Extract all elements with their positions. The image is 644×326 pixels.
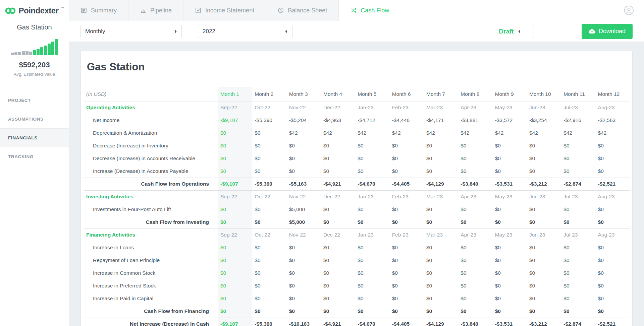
table-row-item: Increase in Loans$0$0$0$0$0$0$0$0$0$0$0$…	[84, 241, 630, 254]
cell: -$5,390	[252, 178, 286, 190]
month-column-header: Month 4	[321, 87, 355, 101]
cell: $0	[286, 267, 321, 279]
cell: $0	[458, 216, 492, 229]
row-label: Increase in Paid in Capital	[84, 292, 218, 305]
cell: Jun-23	[527, 101, 561, 114]
row-label: Increase in Preferred Stock	[84, 279, 218, 292]
cell: -$4,670	[355, 178, 389, 190]
spark-bar	[44, 46, 47, 55]
cell: -$4,921	[321, 178, 355, 190]
cell: Dec-22	[321, 190, 355, 203]
cell: $0	[218, 203, 252, 216]
download-button[interactable]: Download	[582, 24, 633, 39]
cell: -$3,254	[527, 114, 561, 127]
table-row-item: Decrease (Increase) in Accounts Receivab…	[84, 152, 630, 165]
status-select[interactable]: Draft ▲▼	[486, 25, 534, 38]
cell: $0	[527, 305, 561, 318]
cell: $0	[321, 152, 355, 165]
user-help-button[interactable]	[624, 5, 634, 15]
cell: Oct-22	[252, 229, 286, 241]
cell: Aug-23	[595, 229, 630, 241]
cell: $0	[458, 241, 492, 254]
cell: Mar-23	[424, 190, 458, 203]
cell: $0	[527, 203, 561, 216]
cell: $0	[389, 267, 424, 279]
cell: $0	[424, 305, 458, 318]
sidebar-item-financials[interactable]: FINANCIALS	[0, 128, 69, 147]
sidebar-item-tracking[interactable]: TRACKING	[0, 147, 69, 166]
cell: $0	[321, 165, 355, 178]
cell: $42	[527, 127, 561, 139]
cell: $0	[561, 305, 595, 318]
cell: $0	[492, 165, 527, 178]
cell: -$3,881	[458, 114, 492, 127]
cell: $0	[252, 292, 286, 305]
app-root: Poindexter ™ Gas Station $592,203 Avg. E…	[0, 0, 644, 326]
cell: -$4,171	[424, 114, 458, 127]
tab-label: Pipeline	[150, 7, 172, 14]
cell: $0	[389, 203, 424, 216]
cell: $0	[389, 279, 424, 292]
period-select[interactable]: Monthly ▲▼	[80, 25, 182, 38]
brand-logo[interactable]: Poindexter ™	[0, 0, 69, 18]
row-label: Net Increase (Decrease) In Cash	[84, 318, 218, 326]
user-circle-icon	[624, 5, 634, 15]
cell: $0	[595, 292, 630, 305]
cell: -$9,107	[218, 178, 252, 190]
table-row-total: Cash Flow from Financing$0$0$0$0$0$0$0$0…	[84, 305, 630, 318]
unit-label: (In USD)	[84, 87, 218, 101]
table-row-item: Net Income-$9,107-$5,390-$5,204-$4,963-$…	[84, 114, 630, 127]
cell: $42	[321, 127, 355, 139]
cell: $0	[527, 254, 561, 267]
cell: $0	[218, 241, 252, 254]
tab-income-statement[interactable]: Income Statement	[183, 0, 266, 21]
cell: $0	[492, 139, 527, 152]
cell: $0	[286, 292, 321, 305]
tab-pipeline[interactable]: Pipeline	[128, 0, 183, 21]
cell: $0	[321, 267, 355, 279]
month-column-header: Month 3	[286, 87, 321, 101]
spark-bar	[48, 44, 51, 55]
cell: Jan-23	[355, 190, 389, 203]
spark-bar	[11, 53, 14, 55]
cell: $0	[252, 165, 286, 178]
cell: $0	[355, 305, 389, 318]
cell: Feb-23	[389, 101, 424, 114]
balance-sheet-icon	[277, 7, 284, 14]
cell: $0	[218, 267, 252, 279]
cell: -$5,204	[286, 114, 321, 127]
cell: $42	[286, 127, 321, 139]
table-row-section: Investing ActivitiesSep-22Oct-22Nov-22De…	[84, 190, 630, 203]
cell: -$2,874	[561, 178, 595, 190]
cell: $0	[424, 165, 458, 178]
cell: $0	[492, 292, 527, 305]
cell: $0	[561, 254, 595, 267]
table-row-section: Financing ActivitiesSep-22Oct-22Nov-22De…	[84, 229, 630, 241]
spark-bar	[18, 52, 21, 56]
tab-cash-flow[interactable]: Cash Flow	[339, 0, 400, 21]
cell: $0	[252, 216, 286, 229]
row-label: Operating Activities	[84, 101, 218, 114]
cell: $0	[424, 292, 458, 305]
sidebar-item-project[interactable]: PROJECT	[0, 91, 69, 110]
tab-balance-sheet[interactable]: Balance Sheet	[266, 0, 339, 21]
tabbar-spacer	[400, 0, 624, 21]
cell: $0	[252, 139, 286, 152]
cell: $0	[561, 292, 595, 305]
cell: Jan-23	[355, 101, 389, 114]
cell: $0	[458, 279, 492, 292]
cell: $0	[527, 241, 561, 254]
sidebar-project-name: Gas Station	[0, 23, 69, 31]
cell: $0	[355, 254, 389, 267]
cell: $0	[355, 216, 389, 229]
cell: $0	[321, 216, 355, 229]
cell: -$2,874	[561, 318, 595, 326]
year-select[interactable]: 2022 ▲▼	[198, 25, 292, 38]
tab-summary[interactable]: Summary	[69, 0, 128, 21]
row-label: Repayment of Loan Principle	[84, 254, 218, 267]
cell: $0	[458, 254, 492, 267]
cell: $0	[389, 165, 424, 178]
cell: -$4,129	[424, 318, 458, 326]
sidebar-item-assumptions[interactable]: ASSUMPTIONS	[0, 110, 69, 128]
brand-trademark: ™	[61, 6, 64, 10]
